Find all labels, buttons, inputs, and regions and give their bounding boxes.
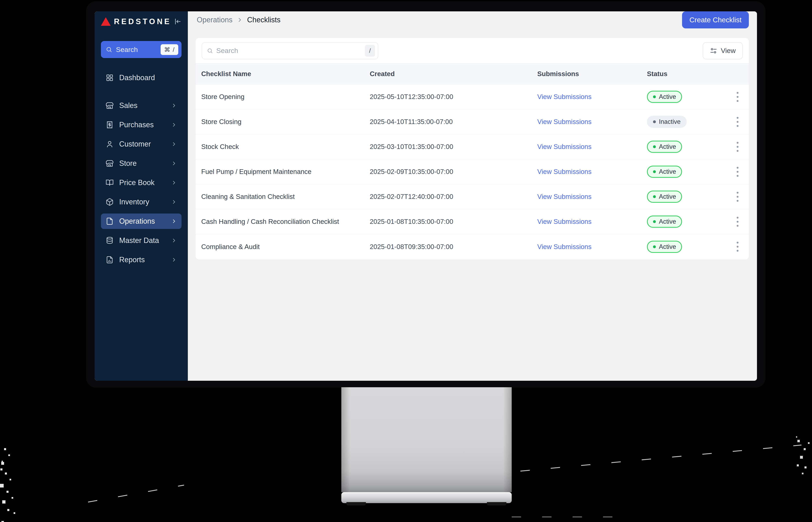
sidebar-item-price-book[interactable]: Price Book (101, 175, 181, 190)
status-badge: Active (647, 166, 682, 178)
view-submissions-link[interactable]: View Submissions (537, 168, 647, 176)
created-timestamp: 2025-05-10T12:35:00-07:00 (370, 93, 537, 101)
file-chart-icon (105, 256, 114, 264)
sidebar-item-reports[interactable]: Reports (101, 252, 181, 267)
brand: REDSTONE (101, 16, 181, 27)
sidebar-item-label: Store (119, 159, 171, 168)
sidebar: REDSTONE Search ⌘ / Dashboard (95, 12, 188, 381)
checklist-name: Store Opening (201, 93, 370, 101)
table-row: Compliance & Audit 2025-01-08T09:35:00-0… (196, 234, 749, 259)
sidebar-item-store[interactable]: Store (101, 156, 181, 171)
table-header-row: Checklist Name Created Submissions Statu… (196, 63, 749, 84)
redstone-logo-icon (101, 17, 111, 26)
noise-artifact (88, 485, 184, 502)
storefront-icon (105, 159, 114, 168)
chevron-right-icon (171, 160, 177, 166)
row-actions-menu-button[interactable] (734, 89, 741, 105)
create-checklist-button[interactable]: Create Checklist (682, 12, 749, 28)
table-search-input[interactable] (216, 47, 365, 55)
checklist-name: Fuel Pump / Equipment Maintenance (201, 168, 370, 176)
main-content: Operations Checklists Create Checklist / (188, 12, 757, 381)
breadcrumb-current: Checklists (247, 16, 280, 24)
sidebar-item-customer[interactable]: Customer (101, 136, 181, 152)
sidebar-item-label: Inventory (119, 198, 171, 206)
chevron-right-icon (171, 180, 177, 186)
chevron-right-icon (171, 122, 177, 128)
status-dot-icon (653, 195, 656, 198)
column-header-status: Status (647, 70, 726, 78)
chevron-right-icon (171, 102, 177, 108)
sidebar-item-operations[interactable]: Operations (101, 214, 181, 229)
panel-collapse-icon (174, 18, 181, 25)
sidebar-item-inventory[interactable]: Inventory (101, 194, 181, 210)
table-toolbar: / View (196, 38, 749, 63)
breadcrumb-parent[interactable]: Operations (197, 16, 233, 24)
view-button[interactable]: View (703, 42, 743, 59)
sidebar-item-sales[interactable]: Sales (101, 98, 181, 113)
sidebar-item-label: Reports (119, 256, 171, 264)
status-dot-icon (653, 120, 656, 123)
chevron-right-icon (171, 199, 177, 205)
column-header-checklist-name: Checklist Name (201, 70, 370, 78)
noise-artifact (512, 517, 626, 517)
monitor-stand (341, 387, 512, 492)
row-actions-menu-button[interactable] (734, 239, 741, 255)
view-submissions-link[interactable]: View Submissions (537, 93, 647, 101)
view-submissions-link[interactable]: View Submissions (537, 243, 647, 250)
database-icon (105, 236, 114, 245)
status-dot-icon (653, 245, 656, 248)
sidebar-item-label: Purchases (119, 121, 171, 129)
checklist-name: Compliance & Audit (201, 243, 370, 250)
column-header-created: Created (370, 70, 537, 78)
sidebar-nav: Dashboard Sales Purchases (101, 70, 181, 272)
table-search[interactable]: / (202, 42, 378, 59)
status-dot-icon (653, 220, 656, 223)
status-dot-icon (653, 95, 656, 98)
sidebar-item-label: Operations (119, 217, 171, 225)
status-dot-icon (653, 145, 656, 148)
noise-artifact (520, 445, 801, 471)
page-header: Operations Checklists Create Checklist (197, 12, 749, 28)
search-icon (106, 46, 112, 53)
file-icon (105, 217, 114, 225)
view-submissions-link[interactable]: View Submissions (537, 118, 647, 126)
sidebar-search-shortcut: ⌘ / (161, 44, 178, 55)
row-actions-menu-button[interactable] (734, 164, 741, 180)
app-screen: REDSTONE Search ⌘ / Dashboard (95, 12, 757, 381)
chevron-right-icon (171, 238, 177, 244)
monitor-stand-foot (346, 502, 366, 505)
sidebar-item-label: Price Book (119, 178, 171, 187)
sidebar-item-label: Dashboard (119, 74, 177, 82)
sidebar-item-master-data[interactable]: Master Data (101, 233, 181, 248)
status-dot-icon (653, 170, 656, 173)
row-actions-menu-button[interactable] (734, 189, 741, 205)
row-actions-menu-button[interactable] (734, 139, 741, 155)
created-timestamp: 2025-03-10T01:35:00-07:00 (370, 143, 537, 150)
status-badge: Inactive (647, 116, 687, 128)
status-badge: Active (647, 241, 682, 253)
sidebar-collapse-button[interactable] (174, 18, 181, 25)
table-search-shortcut: / (365, 45, 375, 57)
created-timestamp: 2025-04-10T11:35:00-07:00 (370, 118, 537, 126)
row-actions-menu-button[interactable] (734, 114, 741, 130)
checklist-name: Stock Check (201, 143, 370, 150)
created-timestamp: 2025-01-08T09:35:00-07:00 (370, 243, 537, 250)
status-badge: Active (647, 141, 682, 153)
sidebar-search[interactable]: Search ⌘ / (101, 41, 181, 58)
checklist-name: Cleaning & Sanitation Checklist (201, 193, 370, 201)
status-badge: Active (647, 216, 682, 228)
view-button-label: View (721, 47, 736, 55)
chevron-right-icon (171, 218, 177, 224)
sidebar-item-dashboard[interactable]: Dashboard (101, 70, 181, 85)
row-actions-menu-button[interactable] (734, 214, 741, 229)
sidebar-item-purchases[interactable]: Purchases (101, 117, 181, 133)
search-icon (207, 48, 213, 54)
sliders-icon (710, 47, 717, 54)
table-row: Store Closing 2025-04-10T11:35:00-07:00 … (196, 109, 749, 134)
checklist-name: Cash Handling / Cash Reconciliation Chec… (201, 218, 370, 225)
view-submissions-link[interactable]: View Submissions (537, 218, 647, 225)
view-submissions-link[interactable]: View Submissions (537, 143, 647, 150)
view-submissions-link[interactable]: View Submissions (537, 193, 647, 201)
created-timestamp: 2025-01-08T10:35:00-07:00 (370, 218, 537, 225)
user-icon (105, 140, 114, 148)
